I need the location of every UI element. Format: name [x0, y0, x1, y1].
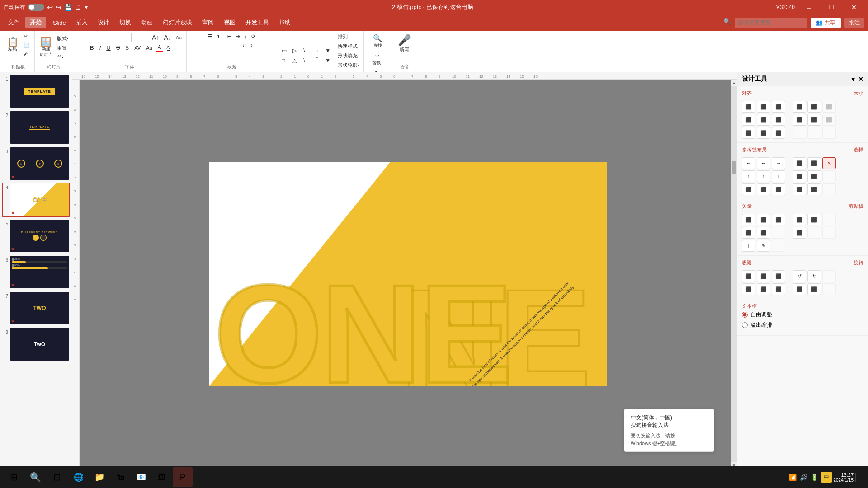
- bullet-list-btn[interactable]: ☰: [206, 33, 214, 40]
- dictate-btn[interactable]: 🎤 听写: [396, 33, 414, 54]
- panel-dropdown-btn[interactable]: ▼: [850, 75, 856, 83]
- shape6-btn[interactable]: ▼: [323, 56, 333, 65]
- shape-line-btn[interactable]: \: [302, 47, 311, 55]
- shape-outline-btn[interactable]: 形状轮廓·: [336, 61, 361, 70]
- slide-one-main-text[interactable]: ONE: [214, 264, 511, 386]
- align-left-top-btn[interactable]: ⬛: [742, 101, 755, 113]
- clip-cut-btn[interactable]: ⬛: [807, 214, 821, 225]
- guide-center-btn[interactable]: ↔: [757, 157, 770, 169]
- font-selector[interactable]: [76, 33, 130, 42]
- panel-close-btn[interactable]: ✕: [858, 75, 863, 83]
- adsorb-tr-btn[interactable]: ⬛: [772, 270, 785, 282]
- shape4-btn[interactable]: \: [302, 56, 311, 65]
- shape3-btn[interactable]: △: [291, 56, 301, 65]
- share-button[interactable]: 👥 共享: [811, 18, 841, 28]
- adsorb-mc-btn[interactable]: ⬛: [757, 283, 770, 295]
- clip-copy-btn[interactable]: ⬛: [793, 214, 806, 225]
- show-desktop-btn[interactable]: [855, 473, 864, 482]
- shape-rect-btn[interactable]: ▭: [280, 47, 290, 55]
- align-left-btn[interactable]: ≡: [209, 41, 216, 48]
- slide-thumb-3[interactable]: 3 ① ② ③ ★: [2, 146, 70, 181]
- scroll-up-btn[interactable]: ▲: [731, 80, 737, 86]
- restore-btn[interactable]: ❐: [821, 0, 842, 14]
- menu-file[interactable]: 文件: [4, 17, 24, 28]
- autosave-toggle[interactable]: [28, 4, 44, 11]
- slide-thumb-5[interactable]: 5 DIFFERENT BETWEEN ★: [2, 219, 70, 253]
- slide-thumb-1[interactable]: 1 TEMPLATE: [2, 74, 70, 108]
- vector-intersect-btn[interactable]: ⬛: [757, 214, 770, 225]
- flip-v-btn[interactable]: ⬛: [807, 283, 821, 295]
- align-left-bot-btn[interactable]: ⬛: [742, 127, 755, 139]
- redo-btn[interactable]: ↪: [56, 3, 61, 12]
- clip-paste-btn[interactable]: ⬛: [793, 227, 806, 239]
- scroll-thumb-v[interactable]: [732, 161, 736, 174]
- layout-btn[interactable]: 版式·: [55, 34, 70, 43]
- strikethrough-btn[interactable]: S: [114, 43, 122, 52]
- guide-right-btn[interactable]: →: [772, 157, 785, 169]
- format-painter-btn[interactable]: 🖌: [22, 50, 32, 57]
- justify-btn[interactable]: ≡: [233, 41, 239, 48]
- guide-tl-btn[interactable]: ⬛: [742, 183, 755, 195]
- italic-btn[interactable]: I: [98, 43, 103, 52]
- menu-help[interactable]: 帮助: [274, 17, 295, 28]
- shape-more-btn[interactable]: ▼: [323, 47, 333, 55]
- undo-btn[interactable]: ↩: [47, 3, 53, 12]
- font-color-btn[interactable]: A: [156, 43, 163, 52]
- close-btn[interactable]: ✕: [844, 0, 864, 14]
- change-case-btn[interactable]: Aa: [144, 44, 154, 52]
- taskbar-photos[interactable]: 🖼: [152, 467, 172, 487]
- taskbar-powerpoint[interactable]: P: [173, 467, 193, 487]
- select-type3-btn[interactable]: ⬛: [793, 170, 806, 182]
- minimize-btn[interactable]: 🗕: [798, 0, 819, 14]
- align-right-btn[interactable]: ≡: [225, 41, 231, 48]
- section-btn[interactable]: 节·: [55, 53, 70, 62]
- select-type1-btn[interactable]: ⬛: [793, 157, 806, 169]
- menu-devtools[interactable]: 开发工具: [241, 17, 274, 28]
- align-left-mid-btn[interactable]: ⬛: [742, 114, 755, 126]
- size-match-h-btn[interactable]: ⬛: [822, 101, 836, 113]
- vector-text-btn[interactable]: T: [742, 240, 755, 252]
- taskbar-store[interactable]: 🛍: [110, 467, 130, 487]
- guide-left-btn[interactable]: ←: [742, 157, 755, 169]
- menu-home[interactable]: 开始: [25, 17, 46, 28]
- menu-islide[interactable]: iSlide: [47, 18, 71, 28]
- slide-content[interactable]: ONE NE It was the best of times; it was …: [209, 162, 607, 386]
- comment-button[interactable]: 批注: [844, 18, 864, 28]
- vector-exclude-btn[interactable]: ⬛: [742, 227, 755, 239]
- select-cursor-btn[interactable]: ↖: [822, 157, 836, 169]
- guide-tr-btn[interactable]: ⬛: [772, 183, 785, 195]
- slide-thumb-7[interactable]: 7 TWO ★: [2, 291, 70, 325]
- columns-btn[interactable]: ⫾: [241, 41, 247, 48]
- select-type5-btn[interactable]: ⬛: [793, 183, 806, 195]
- size-w-btn[interactable]: ⬛: [793, 114, 806, 126]
- reset-btn[interactable]: 重置: [55, 44, 70, 52]
- underline-btn[interactable]: U: [104, 43, 112, 52]
- arrange-btn[interactable]: 排列: [336, 33, 361, 41]
- tray-battery[interactable]: 🔋: [810, 473, 819, 482]
- taskbar-file-explorer[interactable]: 📁: [90, 467, 109, 487]
- slide-thumb-2[interactable]: 2 TEMPLATE: [2, 110, 70, 145]
- align-center-top-btn[interactable]: ⬛: [757, 101, 770, 113]
- menu-transition[interactable]: 切换: [115, 17, 136, 28]
- slide-thumb-4[interactable]: 4 ONE ★: [2, 183, 70, 217]
- size-h-btn[interactable]: ⬛: [807, 114, 821, 126]
- size-match-w-btn[interactable]: ⬛: [807, 101, 821, 113]
- guide-down-btn[interactable]: ↓: [772, 170, 785, 182]
- size-lock-btn[interactable]: ⬛: [822, 114, 836, 126]
- textbox-free-radio[interactable]: [742, 312, 748, 318]
- save-icon[interactable]: 💾: [64, 4, 72, 11]
- shape5-btn[interactable]: ⌒: [312, 56, 322, 65]
- textbox-overflow-radio[interactable]: [742, 322, 748, 328]
- select-type6-btn[interactable]: ⬛: [807, 183, 821, 195]
- quick-style-btn[interactable]: 快速样式: [336, 42, 361, 51]
- taskbar-search[interactable]: 🔍: [25, 467, 45, 487]
- rotate-right-btn[interactable]: ↻: [807, 270, 821, 282]
- vector-subtract-btn[interactable]: ⬛: [772, 214, 785, 225]
- increase-font-btn[interactable]: A↑: [150, 33, 161, 42]
- taskbar-widgets[interactable]: ⊡: [47, 467, 67, 487]
- align-right-bot-btn[interactable]: ⬛: [772, 127, 785, 139]
- highlight-btn[interactable]: A̲: [165, 44, 172, 52]
- clock[interactable]: 13:27 2024/1/15: [834, 472, 854, 483]
- shape-fill-btn[interactable]: 形状填充·: [336, 52, 361, 60]
- vertical-scrollbar[interactable]: ▲ ▼: [731, 80, 737, 468]
